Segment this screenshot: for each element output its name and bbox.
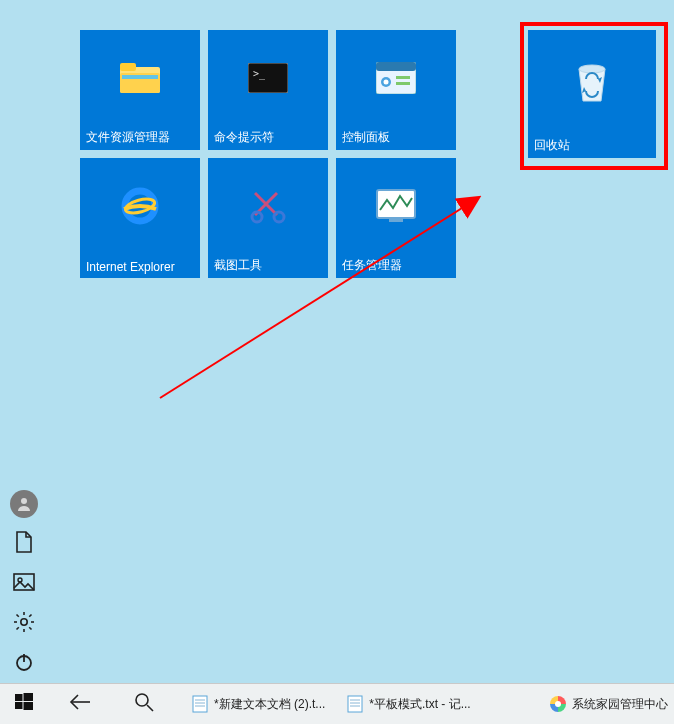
svg-rect-2	[120, 63, 136, 71]
back-button[interactable]	[48, 684, 112, 724]
snipping-tool-icon	[247, 185, 289, 231]
back-arrow-icon	[69, 694, 91, 714]
recycle-bin-icon	[571, 59, 613, 109]
tray-label: 系统家园管理中心	[572, 696, 668, 713]
taskbar-item-label: *平板模式.txt - 记...	[369, 696, 470, 713]
tile-label: 截图工具	[214, 257, 262, 274]
svg-point-24	[21, 498, 27, 504]
svg-point-54	[555, 701, 561, 707]
svg-line-32	[17, 615, 19, 617]
svg-point-27	[21, 619, 27, 625]
svg-rect-38	[15, 694, 23, 701]
tile-task-manager[interactable]: 任务管理器	[336, 158, 456, 278]
rail-power[interactable]	[0, 644, 48, 684]
tile-label: 任务管理器	[342, 257, 402, 274]
taskbar-item-label: *新建文本文档 (2).t...	[214, 696, 325, 713]
svg-line-34	[29, 615, 31, 617]
svg-point-9	[384, 80, 389, 85]
svg-rect-10	[396, 76, 410, 79]
svg-rect-11	[396, 82, 410, 85]
svg-text:>_: >_	[253, 68, 266, 80]
svg-rect-39	[24, 693, 34, 701]
windows-logo-icon	[15, 693, 33, 715]
command-prompt-icon: >_	[248, 63, 288, 97]
file-explorer-icon	[120, 61, 160, 99]
svg-rect-49	[348, 696, 362, 712]
tile-recycle-bin[interactable]: 回收站	[528, 30, 656, 158]
rail-user[interactable]	[0, 484, 48, 524]
tile-command-prompt[interactable]: >_ 命令提示符	[208, 30, 328, 150]
taskbar-item-notepad-2[interactable]: *平板模式.txt - 记...	[343, 689, 476, 719]
tile-label: 命令提示符	[214, 129, 274, 146]
task-manager-icon	[375, 188, 417, 228]
internet-explorer-icon	[119, 185, 161, 231]
notepad-icon	[345, 694, 365, 714]
start-button[interactable]	[0, 684, 48, 724]
svg-rect-41	[24, 702, 34, 710]
tile-label: 控制面板	[342, 129, 390, 146]
svg-point-16	[252, 212, 262, 222]
search-icon	[134, 692, 154, 716]
rail-documents[interactable]	[0, 524, 48, 564]
start-left-rail	[0, 484, 48, 684]
svg-line-33	[29, 627, 31, 629]
tile-label: 回收站	[534, 137, 570, 154]
search-button[interactable]	[112, 684, 176, 724]
tile-snipping-tool[interactable]: 截图工具	[208, 158, 328, 278]
power-icon	[13, 651, 35, 677]
taskbar-item-notepad-1[interactable]: *新建文本文档 (2).t...	[188, 689, 331, 719]
svg-rect-19	[389, 218, 403, 222]
control-panel-icon	[376, 62, 416, 98]
pictures-icon	[13, 573, 35, 595]
tablet-start-screen: 文件资源管理器 >_ 命令提示符	[0, 0, 674, 724]
svg-rect-40	[15, 702, 23, 709]
svg-rect-7	[376, 62, 416, 71]
svg-point-20	[579, 65, 605, 73]
taskbar: *新建文本文档 (2).t... *平板模式.txt - 记... 系统家园管理…	[0, 683, 674, 724]
svg-line-35	[17, 627, 19, 629]
svg-point-43	[136, 694, 148, 706]
tile-internet-explorer[interactable]: Internet Explorer	[80, 158, 200, 278]
user-avatar-icon	[10, 490, 38, 518]
document-icon	[14, 531, 34, 557]
tile-label: Internet Explorer	[86, 260, 175, 274]
svg-line-44	[147, 705, 153, 711]
tile-label: 文件资源管理器	[86, 129, 170, 146]
rail-pictures[interactable]	[0, 564, 48, 604]
color-circle-icon	[548, 694, 568, 714]
rail-settings[interactable]	[0, 604, 48, 644]
tile-control-panel[interactable]: 控制面板	[336, 30, 456, 150]
svg-rect-3	[122, 75, 158, 79]
gear-icon	[13, 611, 35, 637]
tile-file-explorer[interactable]: 文件资源管理器	[80, 30, 200, 150]
tray-app[interactable]: 系统家园管理中心	[548, 684, 674, 724]
svg-rect-45	[193, 696, 207, 712]
svg-point-17	[274, 212, 284, 222]
notepad-icon	[190, 694, 210, 714]
